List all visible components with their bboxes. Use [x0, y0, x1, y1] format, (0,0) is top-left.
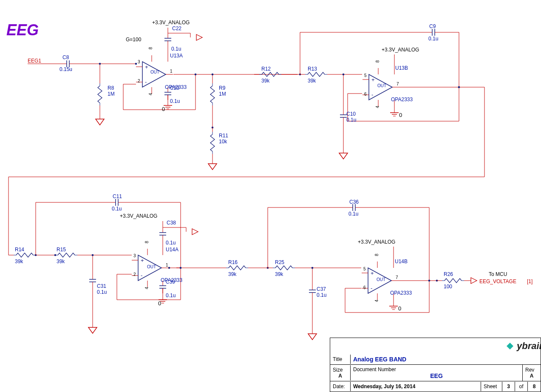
ref-U13B: U13B — [395, 65, 408, 71]
zero-d: 0 — [398, 305, 401, 312]
val-C11: 0.1u — [112, 206, 122, 212]
val-R11: 10k — [219, 139, 227, 145]
val-R8: 1M — [108, 91, 115, 97]
ref-U13A: U13A — [170, 53, 183, 59]
net-v33-c: +3.3V_ANALOG — [120, 213, 157, 219]
pin2-1: 2 — [138, 79, 140, 83]
pin8-4: 8 — [374, 254, 379, 256]
pin5-2: 5 — [364, 73, 367, 78]
ref-C36: C36 — [349, 199, 359, 205]
val-R14: 39k — [15, 258, 23, 264]
val-C38: 0.1u — [166, 240, 176, 246]
ref-C10: C10 — [346, 111, 356, 117]
ref-R26: R26 — [444, 271, 453, 277]
sheet-lbl: Sheet — [481, 382, 502, 391]
pin-out-4: OUT — [377, 277, 385, 282]
pin4-1: 4 — [148, 93, 153, 96]
ref-C38: C38 — [167, 220, 176, 226]
val-C22: 0.1u — [171, 46, 181, 52]
ref-C11: C11 — [113, 193, 122, 199]
pin4-2: 4 — [375, 106, 380, 108]
date-lbl: Date: — [330, 382, 351, 391]
title-lbl: Title — [330, 355, 351, 364]
size-lbl: Size — [333, 367, 348, 373]
net-eeg1: EEG1 — [28, 58, 41, 64]
pin4-4: 4 — [374, 300, 379, 302]
ref-C22: C22 — [172, 26, 181, 31]
svg-point-73 — [428, 280, 431, 282]
val-R13: 39k — [308, 78, 316, 84]
pin-out-1: OUT — [150, 70, 159, 74]
svg-point-72 — [180, 267, 182, 269]
ref-C23: C23 — [170, 85, 179, 91]
val-C23: 0.1u — [170, 98, 180, 104]
docnum-lbl: Document Number — [353, 366, 520, 372]
val-C36: 0.1u — [348, 211, 358, 217]
ref-C39: C39 — [166, 279, 175, 285]
sheet-tot: 8 — [528, 382, 541, 391]
pin8-3: 8 — [144, 241, 149, 244]
val-C37: 0.1u — [317, 292, 326, 298]
val-R9: 1M — [219, 91, 226, 97]
val-R16: 39k — [228, 271, 236, 277]
ref-C8: C8 — [62, 54, 69, 60]
ref-R15: R15 — [57, 247, 66, 253]
ref-R25: R25 — [275, 259, 284, 265]
ref-U14B: U14B — [395, 258, 408, 264]
val-R12: 39k — [261, 78, 269, 84]
svg-point-71 — [195, 74, 197, 76]
val-C31: 0.1u — [97, 289, 107, 295]
pin6-4: 6 — [363, 285, 366, 290]
docnum-val: EEG — [353, 372, 520, 379]
pin2-3: 2 — [133, 272, 136, 277]
zero-c: 0 — [158, 300, 161, 307]
pin1-3: 1 — [166, 263, 168, 267]
val-R25: 39k — [275, 271, 283, 277]
ref-R11: R11 — [219, 133, 228, 139]
title-block: ybrain Title Analog EEG BAND Size A Docu… — [330, 338, 541, 392]
gain-note: G=100 — [126, 37, 141, 43]
val-U13B: OPA2333 — [391, 97, 413, 102]
pin1-1: 1 — [170, 69, 173, 74]
ref-R12: R12 — [261, 66, 271, 72]
zero-b: 0 — [399, 112, 402, 118]
rev-lbl: Rev — [525, 367, 538, 373]
svg-point-74 — [458, 86, 460, 88]
rev-val: A — [525, 373, 538, 379]
pin8-2: 8 — [375, 60, 380, 63]
ref-R8: R8 — [108, 85, 114, 91]
net-v33-d: +3.3V_ANALOG — [358, 239, 395, 245]
ref-R14: R14 — [15, 247, 24, 253]
net-v33-a: +3.3V_ANALOG — [152, 20, 190, 26]
ref-R9: R9 — [219, 85, 225, 91]
pin6-2: 6 — [364, 92, 367, 97]
pin5-4: 5 — [363, 267, 366, 271]
ref-R13: R13 — [308, 66, 317, 72]
ref-C37: C37 — [317, 286, 326, 292]
val-R26: 100 — [444, 284, 452, 290]
net-eeg-voltage-bus: [1] — [527, 278, 533, 284]
pin-out-2: OUT — [377, 83, 386, 88]
net-eeg-voltage: EEG_VOLTAGE — [479, 278, 516, 284]
pin7-2: 7 — [397, 82, 399, 86]
pin3-1: 3 — [138, 60, 140, 64]
ref-R16: R16 — [228, 259, 238, 265]
logo: ybrain — [330, 338, 541, 354]
page-title: EEG — [6, 21, 39, 39]
ref-C31: C31 — [97, 283, 106, 289]
val-R15: 39k — [57, 258, 65, 264]
logo-text: ybrain — [517, 341, 541, 351]
size-val: A — [333, 373, 348, 379]
pin-out-3: OUT — [147, 264, 156, 269]
sheet-of: of — [515, 382, 528, 391]
pin8-1: 8 — [148, 47, 153, 50]
ref-U14A: U14A — [166, 247, 178, 253]
val-C39: 0.1u — [166, 293, 176, 298]
ref-C9: C9 — [429, 23, 436, 29]
pin7-4: 7 — [396, 275, 398, 280]
note-to-mcu: To MCU — [489, 271, 507, 277]
sheet-n: 3 — [502, 382, 515, 391]
val-C10: 0.1u — [346, 117, 356, 123]
schematic-canvas: + - — [0, 0, 541, 392]
title-val: Analog EEG BAND — [351, 354, 541, 364]
